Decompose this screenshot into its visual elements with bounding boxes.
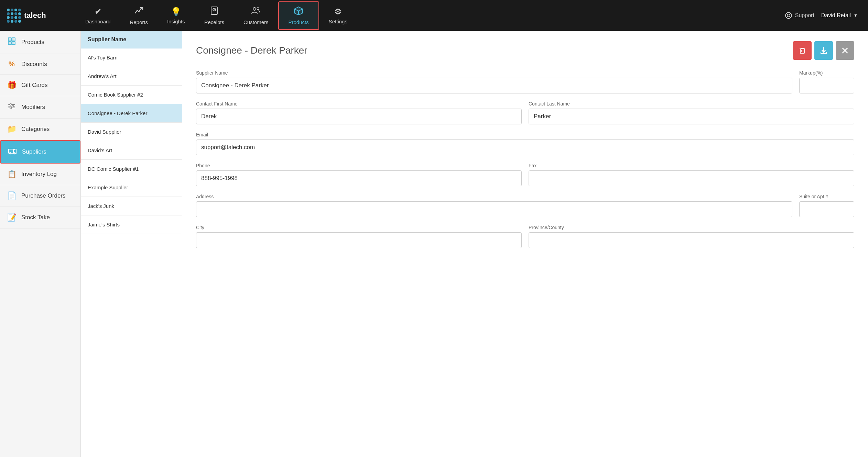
list-item[interactable]: DC Comic Supplier #1 — [81, 160, 182, 178]
customers-icon — [251, 6, 261, 17]
modifiers-icon — [7, 102, 17, 112]
nav-products-label: Products — [289, 19, 309, 25]
sidebar-item-modifiers[interactable]: Modifiers — [0, 96, 80, 119]
nav-products[interactable]: Products — [278, 1, 319, 30]
first-name-input[interactable] — [196, 109, 522, 124]
sidebar-purchase-orders-label: Purchase Orders — [21, 192, 66, 199]
form-group-address: Address — [196, 194, 792, 217]
products-sidebar-icon — [7, 37, 17, 47]
delete-button[interactable] — [793, 41, 812, 60]
sidebar-stock-take-label: Stock Take — [21, 214, 50, 221]
inventory-log-icon: 📋 — [7, 170, 17, 179]
chevron-down-icon: ▼ — [854, 13, 858, 18]
form-group-suite: Suite or Apt # — [799, 194, 854, 217]
list-item[interactable]: David Supplier — [81, 123, 182, 141]
form-group-phone: Phone — [196, 163, 522, 186]
province-input[interactable] — [529, 232, 854, 248]
form-group-last-name: Contact Last Name — [529, 101, 854, 124]
close-icon — [842, 47, 848, 54]
sidebar-item-products[interactable]: Products — [0, 31, 80, 54]
form-row-contact-name: Contact First Name Contact Last Name — [196, 101, 854, 124]
nav-items: ✔ Dashboard Reports 💡 Insights $ — [76, 1, 785, 30]
svg-point-3 — [253, 8, 256, 10]
markup-input[interactable] — [799, 78, 854, 93]
form-row-address: Address Suite or Apt # — [196, 194, 854, 217]
sidebar-gift-cards-label: Gift Cards — [21, 82, 48, 89]
address-input[interactable] — [196, 201, 792, 217]
svg-point-20 — [10, 104, 12, 105]
email-label: Email — [196, 132, 854, 137]
nav-customers-label: Customers — [243, 19, 269, 25]
suite-input[interactable] — [799, 201, 854, 217]
reports-icon — [134, 6, 143, 17]
city-input[interactable] — [196, 232, 522, 248]
nav-dashboard-label: Dashboard — [85, 19, 110, 24]
top-nav: talech ✔ Dashboard Reports 💡 Insights — [0, 0, 868, 31]
sidebar-products-label: Products — [21, 39, 44, 46]
first-name-label: Contact First Name — [196, 101, 522, 107]
list-item[interactable]: Al's Toy Barn — [81, 48, 182, 67]
support-button[interactable]: Support — [785, 12, 814, 19]
nav-settings[interactable]: ⚙ Settings — [319, 3, 357, 29]
svg-text:$: $ — [214, 9, 215, 11]
download-button[interactable] — [814, 41, 833, 60]
sidebar-item-categories[interactable]: 📁 Categories — [0, 119, 80, 140]
dashboard-icon: ✔ — [95, 7, 101, 16]
main-layout: Products % Discounts 🎁 Gift Cards Modifi… — [0, 31, 868, 457]
list-item[interactable]: David's Art — [81, 141, 182, 160]
nav-dashboard[interactable]: ✔ Dashboard — [76, 3, 120, 29]
last-name-input[interactable] — [529, 109, 854, 124]
supplier-name-input[interactable] — [196, 78, 792, 93]
fax-label: Fax — [529, 163, 854, 168]
nav-reports-label: Reports — [130, 19, 148, 25]
nav-settings-label: Settings — [329, 19, 347, 24]
nav-insights[interactable]: 💡 Insights — [158, 3, 195, 29]
sidebar-item-purchase-orders[interactable]: 📄 Purchase Orders — [0, 185, 80, 207]
sidebar-item-gift-cards[interactable]: 🎁 Gift Cards — [0, 75, 80, 96]
form-row-city-province: City Province/County — [196, 225, 854, 248]
form-group-province: Province/County — [529, 225, 854, 248]
nav-reports[interactable]: Reports — [120, 2, 158, 29]
nav-customers[interactable]: Customers — [234, 2, 278, 29]
nav-right: Support David Retail ▼ — [785, 12, 865, 19]
list-item-active[interactable]: Consignee - Derek Parker — [81, 104, 182, 123]
svg-rect-26 — [800, 49, 804, 53]
sidebar-item-stock-take[interactable]: 📝 Stock Take — [0, 207, 80, 228]
purchase-orders-icon: 📄 — [7, 191, 17, 200]
form-group-markup: Markup(%) — [799, 70, 854, 93]
svg-point-21 — [12, 105, 14, 107]
logo-area: talech — [3, 9, 76, 22]
province-label: Province/County — [529, 225, 854, 230]
svg-point-4 — [257, 8, 259, 10]
sidebar-item-suppliers[interactable]: Suppliers — [0, 140, 80, 164]
discounts-icon: % — [7, 60, 17, 68]
city-label: City — [196, 225, 522, 230]
stock-take-icon: 📝 — [7, 213, 17, 222]
markup-label: Markup(%) — [799, 70, 854, 76]
user-menu-button[interactable]: David Retail ▼ — [821, 12, 858, 19]
phone-input[interactable] — [196, 170, 522, 186]
insights-icon: 💡 — [171, 7, 181, 16]
categories-icon: 📁 — [7, 125, 17, 134]
list-item[interactable]: Example Supplier — [81, 178, 182, 197]
list-item[interactable]: Jaime's Shirts — [81, 215, 182, 234]
sidebar-item-inventory-log[interactable]: 📋 Inventory Log — [0, 164, 80, 185]
nav-receipts[interactable]: $ Receipts — [195, 2, 234, 29]
svg-point-22 — [10, 107, 12, 109]
sidebar-suppliers-label: Suppliers — [22, 148, 46, 155]
list-item[interactable]: Jack's Junk — [81, 197, 182, 215]
user-label: David Retail — [821, 12, 851, 19]
fax-input[interactable] — [529, 170, 854, 186]
form-group-first-name: Contact First Name — [196, 101, 522, 124]
close-button[interactable] — [836, 41, 854, 60]
download-icon — [820, 47, 827, 54]
svg-rect-15 — [8, 42, 11, 45]
form-group-supplier-name: Supplier Name — [196, 70, 792, 93]
support-label: Support — [795, 12, 814, 19]
list-item[interactable]: Andrew's Art — [81, 67, 182, 86]
list-item[interactable]: Comic Book Supplier #2 — [81, 86, 182, 104]
email-input[interactable] — [196, 140, 854, 155]
suite-label: Suite or Apt # — [799, 194, 854, 199]
detail-header: Consignee - Derek Parker — [196, 41, 854, 60]
sidebar-item-discounts[interactable]: % Discounts — [0, 54, 80, 75]
